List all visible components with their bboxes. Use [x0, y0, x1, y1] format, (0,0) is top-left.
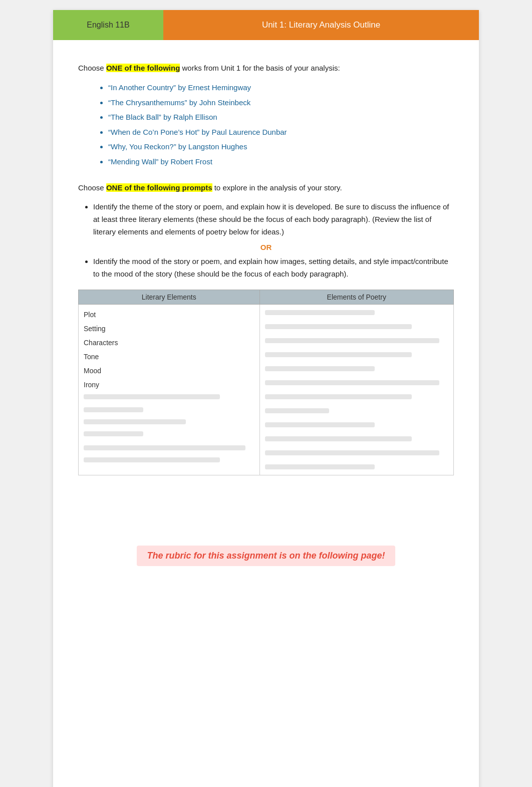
blurred-line: [84, 394, 220, 399]
prompt-item-2: Identify the mood of the story or poem, …: [93, 255, 454, 281]
prompts-list-2: Identify the mood of the story or poem, …: [93, 255, 454, 281]
item-characters: Characters: [84, 336, 254, 350]
list-item: “Mending Wall” by Robert Frost: [108, 155, 454, 168]
header: English 11B Unit 1: Literary Analysis Ou…: [53, 10, 479, 40]
blurred-line: [84, 419, 186, 424]
blurred-line: [84, 445, 245, 450]
blurred-line: [84, 431, 143, 436]
literary-elements-cell: Plot Setting Characters Tone Mood Irony: [79, 304, 260, 475]
or-text: OR: [260, 243, 272, 251]
blurred-line: [84, 407, 143, 412]
main-content: Choose ONE of the following works from U…: [53, 52, 479, 576]
blurred-line: [265, 394, 412, 399]
blurred-line: [265, 450, 439, 455]
prompts-list: Identify the theme of the story or poem,…: [93, 201, 454, 238]
elements-table: Literary Elements Elements of Poetry Plo…: [78, 290, 454, 475]
blurred-line: [265, 380, 439, 385]
prompt-paragraph: Choose ONE of the following prompts to e…: [78, 182, 454, 194]
list-item: “The Chrysanthemums” by John Steinbeck: [108, 96, 454, 109]
bottom-note: The rubric for this assignment is on the…: [137, 546, 395, 566]
blurred-line: [265, 408, 329, 413]
page: English 11B Unit 1: Literary Analysis Ou…: [53, 10, 479, 787]
prompt-after: to explore in the analysis of your story…: [212, 183, 342, 192]
prompt-before: Choose: [78, 183, 106, 192]
header-left: English 11B: [53, 10, 163, 40]
unit-title: Unit 1: Literary Analysis Outline: [262, 20, 380, 30]
class-label: English 11B: [87, 21, 129, 30]
literary-items: Plot Setting Characters Tone Mood Irony: [84, 308, 254, 462]
prompt-highlight: ONE of the following prompts: [106, 183, 212, 192]
prompt-item-1: Identify the theme of the story or poem,…: [93, 201, 454, 238]
blurred-line: [84, 457, 220, 462]
item-irony: Irony: [84, 378, 254, 392]
list-item: “The Black Ball” by Ralph Ellison: [108, 111, 454, 124]
blurred-line: [265, 324, 412, 329]
blurred-line: [265, 422, 375, 427]
col2-header: Elements of Poetry: [259, 290, 454, 304]
list-item: “In Another Country” by Ernest Hemingway: [108, 81, 454, 94]
blurred-line: [265, 464, 375, 469]
col1-header: Literary Elements: [79, 290, 260, 304]
poetry-elements-cell: [259, 304, 454, 475]
blurred-line: [265, 338, 439, 343]
intro-after: works from Unit 1 for the basis of your …: [180, 64, 340, 72]
item-mood: Mood: [84, 364, 254, 378]
intro-paragraph: Choose ONE of the following works from U…: [78, 62, 454, 74]
blurred-line: [265, 366, 375, 371]
blurred-line: [265, 310, 375, 315]
intro-highlight: ONE of the following: [106, 64, 180, 72]
intro-before: Choose: [78, 64, 106, 72]
blurred-line: [265, 436, 412, 441]
item-tone: Tone: [84, 350, 254, 364]
works-list: “In Another Country” by Ernest Hemingway…: [108, 81, 454, 168]
item-setting: Setting: [84, 322, 254, 336]
item-plot: Plot: [84, 308, 254, 322]
header-right: Unit 1: Literary Analysis Outline: [163, 10, 479, 40]
poetry-blurred-content: [265, 308, 449, 472]
list-item: “When de Co’n Pone’s Hot” by Paul Lauren…: [108, 126, 454, 139]
or-divider: OR: [78, 243, 454, 251]
blurred-line: [265, 352, 412, 357]
bottom-section: The rubric for this assignment is on the…: [78, 515, 454, 566]
list-item: “Why, You Reckon?” by Langston Hughes: [108, 140, 454, 153]
